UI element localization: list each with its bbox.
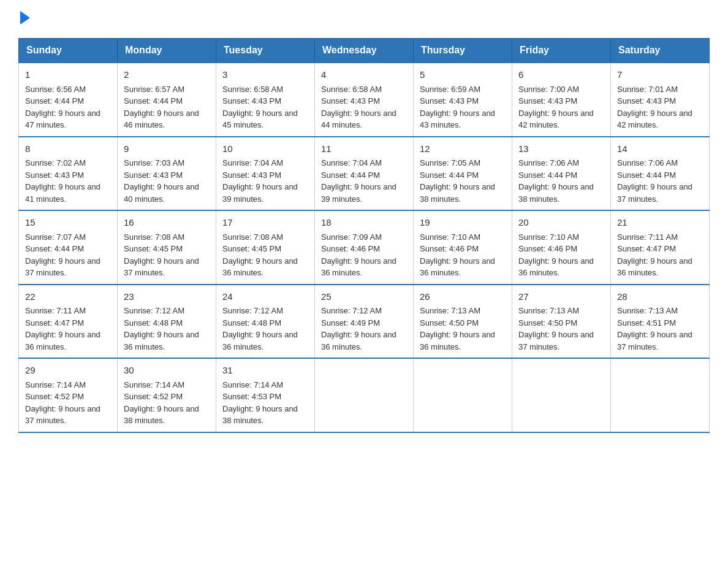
daylight-text: Daylight: 9 hours and 43 minutes. xyxy=(420,109,495,130)
daylight-text: Daylight: 9 hours and 37 minutes. xyxy=(25,404,100,426)
day-number: 16 xyxy=(124,216,210,230)
col-friday: Friday xyxy=(512,39,611,63)
table-row: 20Sunrise: 7:10 AMSunset: 4:46 PMDayligh… xyxy=(512,210,611,285)
daylight-text: Daylight: 9 hours and 38 minutes. xyxy=(124,404,199,426)
sunrise-text: Sunrise: 7:04 AM xyxy=(222,158,283,167)
daylight-text: Daylight: 9 hours and 37 minutes. xyxy=(617,330,692,351)
day-number: 3 xyxy=(222,68,308,82)
sunset-text: Sunset: 4:46 PM xyxy=(518,244,577,253)
sunrise-text: Sunrise: 7:06 AM xyxy=(617,158,678,167)
table-row: 23Sunrise: 7:12 AMSunset: 4:48 PMDayligh… xyxy=(118,285,216,359)
table-row: 10Sunrise: 7:04 AMSunset: 4:43 PMDayligh… xyxy=(216,137,315,211)
day-number: 9 xyxy=(124,142,210,156)
day-number: 15 xyxy=(25,216,111,230)
sunrise-text: Sunrise: 7:14 AM xyxy=(222,380,283,389)
day-number: 27 xyxy=(518,290,604,304)
table-row: 8Sunrise: 7:02 AMSunset: 4:43 PMDaylight… xyxy=(19,137,118,211)
sunrise-text: Sunrise: 6:58 AM xyxy=(222,85,283,94)
sunset-text: Sunset: 4:46 PM xyxy=(420,244,479,253)
table-row: 15Sunrise: 7:07 AMSunset: 4:44 PMDayligh… xyxy=(19,210,118,285)
daylight-text: Daylight: 9 hours and 45 minutes. xyxy=(222,109,298,130)
day-number: 14 xyxy=(617,142,703,156)
daylight-text: Daylight: 9 hours and 44 minutes. xyxy=(321,109,396,130)
sunset-text: Sunset: 4:43 PM xyxy=(25,170,84,180)
table-row: 12Sunrise: 7:05 AMSunset: 4:44 PMDayligh… xyxy=(414,137,512,211)
daylight-text: Daylight: 9 hours and 39 minutes. xyxy=(321,182,396,204)
sunset-text: Sunset: 4:48 PM xyxy=(222,318,281,327)
sunset-text: Sunset: 4:44 PM xyxy=(617,170,676,180)
sunrise-text: Sunrise: 7:13 AM xyxy=(518,306,579,315)
calendar-week-row: 22Sunrise: 7:11 AMSunset: 4:47 PMDayligh… xyxy=(19,285,710,359)
col-thursday: Thursday xyxy=(414,39,512,63)
sunset-text: Sunset: 4:43 PM xyxy=(222,170,281,180)
sunset-text: Sunset: 4:43 PM xyxy=(420,96,479,105)
daylight-text: Daylight: 9 hours and 42 minutes. xyxy=(617,109,692,130)
daylight-text: Daylight: 9 hours and 37 minutes. xyxy=(124,256,199,278)
table-row: 1Sunrise: 6:56 AMSunset: 4:44 PMDaylight… xyxy=(19,63,118,137)
day-number: 5 xyxy=(420,68,506,82)
sunrise-text: Sunrise: 7:14 AM xyxy=(124,380,184,389)
table-row: 5Sunrise: 6:59 AMSunset: 4:43 PMDaylight… xyxy=(414,63,512,137)
sunrise-text: Sunrise: 6:58 AM xyxy=(321,85,382,94)
sunset-text: Sunset: 4:52 PM xyxy=(124,392,183,401)
day-number: 19 xyxy=(420,216,506,230)
sunset-text: Sunset: 4:44 PM xyxy=(518,170,577,180)
day-number: 20 xyxy=(518,216,604,230)
daylight-text: Daylight: 9 hours and 39 minutes. xyxy=(222,182,298,204)
calendar-week-row: 15Sunrise: 7:07 AMSunset: 4:44 PMDayligh… xyxy=(19,210,710,285)
table-row: 24Sunrise: 7:12 AMSunset: 4:48 PMDayligh… xyxy=(216,285,315,359)
sunrise-text: Sunrise: 7:10 AM xyxy=(420,232,480,242)
daylight-text: Daylight: 9 hours and 42 minutes. xyxy=(518,109,594,130)
sunset-text: Sunset: 4:44 PM xyxy=(321,170,380,180)
day-number: 2 xyxy=(124,68,210,82)
table-row xyxy=(315,358,414,432)
sunrise-text: Sunrise: 6:57 AM xyxy=(124,85,184,94)
sunset-text: Sunset: 4:51 PM xyxy=(617,318,676,327)
sunrise-text: Sunrise: 7:12 AM xyxy=(222,306,283,315)
daylight-text: Daylight: 9 hours and 38 minutes. xyxy=(518,182,594,204)
table-row: 28Sunrise: 7:13 AMSunset: 4:51 PMDayligh… xyxy=(611,285,710,359)
table-row: 18Sunrise: 7:09 AMSunset: 4:46 PMDayligh… xyxy=(315,210,414,285)
table-row: 6Sunrise: 7:00 AMSunset: 4:43 PMDaylight… xyxy=(512,63,611,137)
sunrise-text: Sunrise: 7:06 AM xyxy=(518,158,579,167)
table-row: 22Sunrise: 7:11 AMSunset: 4:47 PMDayligh… xyxy=(19,285,118,359)
day-number: 25 xyxy=(321,290,407,304)
daylight-text: Daylight: 9 hours and 36 minutes. xyxy=(420,256,495,278)
daylight-text: Daylight: 9 hours and 36 minutes. xyxy=(518,256,594,278)
sunrise-text: Sunrise: 6:56 AM xyxy=(25,85,86,94)
daylight-text: Daylight: 9 hours and 40 minutes. xyxy=(124,182,199,204)
sunrise-text: Sunrise: 7:00 AM xyxy=(518,85,579,94)
table-row xyxy=(512,358,611,432)
daylight-text: Daylight: 9 hours and 38 minutes. xyxy=(420,182,495,204)
table-row: 29Sunrise: 7:14 AMSunset: 4:52 PMDayligh… xyxy=(19,358,118,432)
sunset-text: Sunset: 4:52 PM xyxy=(25,392,84,401)
day-number: 8 xyxy=(25,142,111,156)
col-wednesday: Wednesday xyxy=(315,39,414,63)
sunrise-text: Sunrise: 7:02 AM xyxy=(25,158,86,167)
calendar-week-row: 29Sunrise: 7:14 AMSunset: 4:52 PMDayligh… xyxy=(19,358,710,432)
sunrise-text: Sunrise: 7:08 AM xyxy=(222,232,283,242)
table-row: 16Sunrise: 7:08 AMSunset: 4:45 PMDayligh… xyxy=(118,210,216,285)
daylight-text: Daylight: 9 hours and 36 minutes. xyxy=(617,256,692,278)
logo xyxy=(18,12,30,26)
sunset-text: Sunset: 4:47 PM xyxy=(617,244,676,253)
table-row: 13Sunrise: 7:06 AMSunset: 4:44 PMDayligh… xyxy=(512,137,611,211)
day-number: 29 xyxy=(25,364,111,378)
sunset-text: Sunset: 4:43 PM xyxy=(617,96,676,105)
sunrise-text: Sunrise: 6:59 AM xyxy=(420,85,480,94)
sunset-text: Sunset: 4:43 PM xyxy=(222,96,281,105)
table-row: 30Sunrise: 7:14 AMSunset: 4:52 PMDayligh… xyxy=(118,358,216,432)
daylight-text: Daylight: 9 hours and 36 minutes. xyxy=(321,330,396,351)
day-number: 11 xyxy=(321,142,407,156)
table-row xyxy=(414,358,512,432)
sunrise-text: Sunrise: 7:08 AM xyxy=(124,232,184,242)
sunrise-text: Sunrise: 7:11 AM xyxy=(617,232,678,242)
table-row: 21Sunrise: 7:11 AMSunset: 4:47 PMDayligh… xyxy=(611,210,710,285)
daylight-text: Daylight: 9 hours and 37 minutes. xyxy=(25,256,100,278)
daylight-text: Daylight: 9 hours and 36 minutes. xyxy=(124,330,199,351)
calendar-week-row: 8Sunrise: 7:02 AMSunset: 4:43 PMDaylight… xyxy=(19,137,710,211)
sunset-text: Sunset: 4:43 PM xyxy=(518,96,577,105)
sunset-text: Sunset: 4:46 PM xyxy=(321,244,380,253)
day-number: 7 xyxy=(617,68,703,82)
daylight-text: Daylight: 9 hours and 36 minutes. xyxy=(222,256,298,278)
